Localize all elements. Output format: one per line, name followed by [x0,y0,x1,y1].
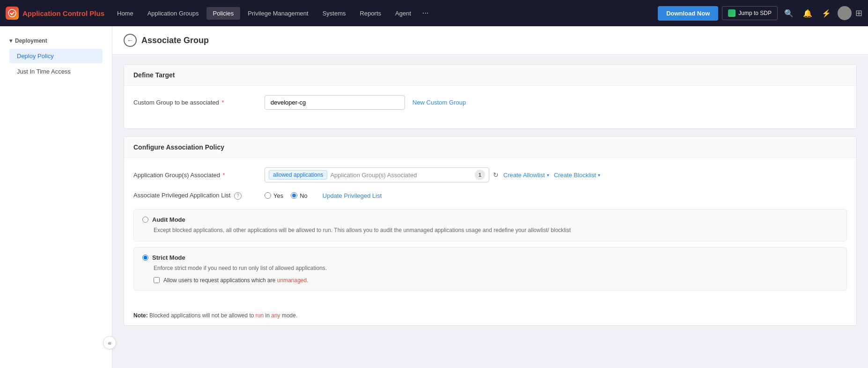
nav-menu: Home Application Groups Policies Privile… [110,6,656,20]
define-target-section: Define Target Custom Group to be associa… [124,64,857,129]
custom-group-label: Custom Group to be associated * [133,99,265,106]
nav-systems[interactable]: Systems [316,7,353,20]
chevron-down-icon: ▾ [9,38,12,44]
page-title: Associate Group [141,36,209,45]
no-radio-option[interactable]: No [291,192,308,199]
nav-actions: Download Now Jump to SDP 🔍 🔔 ⚡ ⊞ [658,6,862,21]
strict-mode-header: Strict Mode [142,254,838,261]
allowlist-chevron-icon: ▾ [547,173,549,178]
assoc-priv-row: Associate Privileged Application List ? … [133,192,847,200]
app-icon [6,7,19,20]
sdp-icon [728,9,736,17]
audit-mode-header: Audit Mode [142,216,838,223]
tag-count-badge: 1 [475,170,485,180]
lightning-icon[interactable]: ⚡ [819,6,834,21]
audit-mode-option: Audit Mode Except blocked applications, … [133,209,847,241]
brand-name: Application Control Plus [22,9,104,17]
app-groups-required: * [223,172,225,179]
configure-policy-header: Configure Association Policy [124,137,856,158]
sidebar-item-jit-access[interactable]: Just In Time Access [9,64,103,79]
strict-mode-description: Enforce strict mode if you need to run o… [142,264,838,272]
grid-icon[interactable]: ⊞ [855,8,862,18]
nav-home[interactable]: Home [110,7,140,20]
nav-more-button[interactable]: ··· [419,6,432,20]
brand-logo: Application Control Plus [6,7,109,20]
allow-unmanaged-row: Allow users to request applications whic… [142,277,838,284]
sidebar-item-deploy-policy[interactable]: Deploy Policy [9,49,103,63]
strict-mode-title: Strict Mode [152,254,185,261]
sidebar-section-deployment[interactable]: ▾ Deployment [6,34,106,48]
svg-point-0 [8,9,16,17]
create-allowlist-dropdown[interactable]: Create Allowlist ▾ [503,172,549,179]
back-button[interactable]: ← [124,34,137,47]
define-target-body: Custom Group to be associated * New Cust… [124,86,856,128]
nav-application-groups[interactable]: Application Groups [141,7,206,20]
audit-mode-description: Except blocked applications, all other a… [142,226,838,234]
update-privileged-list-link[interactable]: Update Privileged List [323,192,382,199]
audit-mode-title: Audit Mode [152,216,185,223]
define-target-header: Define Target [124,65,856,86]
blocklist-chevron-icon: ▾ [598,173,600,178]
strict-mode-radio[interactable] [142,255,148,261]
search-icon[interactable]: 🔍 [781,6,796,21]
yes-radio-option[interactable]: Yes [265,192,283,199]
required-indicator: * [221,99,224,106]
download-now-button[interactable]: Download Now [658,6,718,21]
assoc-priv-label: Associate Privileged Application List ? [133,192,265,200]
page-header: ← Associate Group [112,26,868,55]
new-custom-group-link[interactable]: New Custom Group [412,99,466,106]
no-radio-input[interactable] [291,192,297,199]
configure-policy-section: Configure Association Policy Application… [124,136,857,326]
main-layout: ▾ Deployment Deploy Policy Just In Time … [0,26,868,368]
sidebar: ▾ Deployment Deploy Policy Just In Time … [0,26,112,368]
yes-radio-input[interactable] [265,192,271,199]
notifications-icon[interactable]: 🔔 [800,6,815,21]
main-content: ← Associate Group Define Target Custom G… [112,26,868,368]
app-groups-label: Application Group(s) Associated * [133,172,265,179]
jump-to-sdp-button[interactable]: Jump to SDP [722,6,778,20]
sidebar-collapse-button[interactable]: « [103,336,116,349]
create-blocklist-dropdown[interactable]: Create Blocklist ▾ [554,172,600,179]
nav-policies[interactable]: Policies [206,7,241,20]
custom-group-input[interactable] [265,95,405,110]
nav-privilege-management[interactable]: Privilege Management [241,7,315,20]
allow-unmanaged-checkbox[interactable] [154,277,160,283]
yes-no-radio-group: Yes No Update Privileged List [265,192,382,199]
app-groups-row: Application Group(s) Associated * allowe… [133,167,847,182]
configure-policy-body: Application Group(s) Associated * allowe… [124,158,856,306]
allow-unmanaged-label: Allow users to request applications whic… [163,277,309,284]
app-groups-tag-input[interactable]: allowed applications Application Group(s… [265,167,489,182]
top-navigation: Application Control Plus Home Applicatio… [0,0,868,26]
nav-agent[interactable]: Agent [389,7,418,20]
user-avatar[interactable] [838,6,852,20]
audit-mode-radio[interactable] [142,217,148,223]
strict-mode-option: Strict Mode Enforce strict mode if you n… [133,247,847,291]
note-row: Note: Blocked applications will not be a… [124,306,856,325]
sidebar-deployment-section: ▾ Deployment Deploy Policy Just In Time … [0,34,112,79]
content-area: Define Target Custom Group to be associa… [112,55,868,343]
tag-placeholder: Application Group(s) Associated [330,172,472,179]
help-icon[interactable]: ? [234,192,242,200]
nav-reports[interactable]: Reports [353,7,388,20]
allowed-applications-tag: allowed applications [269,170,327,180]
custom-group-row: Custom Group to be associated * New Cust… [133,95,847,110]
refresh-icon[interactable]: ↻ [493,171,499,179]
